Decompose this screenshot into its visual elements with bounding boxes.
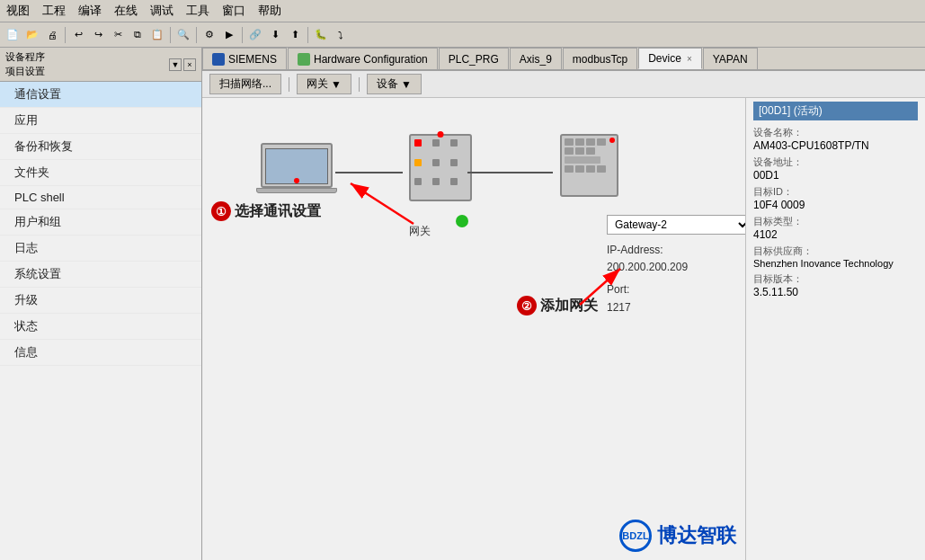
menu-item-help[interactable]: 帮助 <box>255 2 284 20</box>
tb-search[interactable]: 🔍 <box>174 26 192 44</box>
tab-plc-prg[interactable]: PLC_PRG <box>439 48 509 69</box>
menu-item-debug[interactable]: 调试 <box>147 2 176 20</box>
port-label: Port: <box>607 281 688 298</box>
laptop-body <box>261 143 333 188</box>
tb-sep3 <box>196 27 197 43</box>
plc-red-dot <box>609 138 615 143</box>
content-area: SIEMENS Hardware Configuration PLC_PRG A… <box>202 48 925 560</box>
tb-run[interactable]: ▶ <box>220 26 238 44</box>
sidebar-item-folder[interactable]: 文件夹 <box>0 160 201 186</box>
tb-copy[interactable]: ⧉ <box>129 26 147 44</box>
tab-yapan[interactable]: YAPAN <box>703 48 758 69</box>
diagram-area: 网关 <box>202 98 925 560</box>
tb-print[interactable]: 🖨 <box>43 26 61 44</box>
sidebar-pin-btn[interactable]: ▼ <box>169 58 182 71</box>
sidebar-subtitle: 项目设置 <box>5 65 45 78</box>
menu-item-tools[interactable]: 工具 <box>183 2 212 20</box>
annotation-1: ① 选择通讯设置 <box>211 201 321 221</box>
menu-bar: 视图 工程 编译 在线 调试 工具 窗口 帮助 <box>0 0 925 22</box>
branding: BDZL 博达智联 <box>619 520 736 552</box>
brand-name: 博达智联 <box>657 522 736 549</box>
tb-redo[interactable]: ↪ <box>89 26 107 44</box>
connector-line-1 <box>335 172 403 173</box>
tab-siemens[interactable]: SIEMENS <box>202 48 287 69</box>
sidebar-menu: 通信设置 应用 备份和恢复 文件夹 PLC shell 用户和组 日志 系统设置… <box>0 82 201 366</box>
device-gateway <box>400 134 481 215</box>
info-device-name: 设备名称： AM403-CPU1608TP/TN <box>753 126 918 152</box>
tb-cut[interactable]: ✂ <box>109 26 127 44</box>
info-device-addr: 设备地址： 00D1 <box>753 156 918 182</box>
sidebar-header: 设备程序 项目设置 ▼ × <box>0 48 201 82</box>
sidebar-item-info[interactable]: 信息 <box>0 340 201 366</box>
sidebar-item-app[interactable]: 应用 <box>0 108 201 134</box>
scan-network-btn[interactable]: 扫描网络... <box>209 74 281 94</box>
connector-line-2 <box>467 172 553 173</box>
tb-new[interactable]: 📄 <box>4 26 22 44</box>
tb-upload[interactable]: ⬆ <box>286 26 304 44</box>
plc-box <box>560 134 618 197</box>
annotation-1-circle: ① <box>211 201 231 221</box>
sidebar-item-sysconfig[interactable]: 系统设置 <box>0 262 201 288</box>
sidebar-item-log[interactable]: 日志 <box>0 236 201 262</box>
gateway-device-label: 网关 <box>409 224 431 239</box>
tb-undo[interactable]: ↩ <box>69 26 87 44</box>
info-target-id: 目标ID： 10F4 0009 <box>753 185 918 211</box>
tb-download[interactable]: ⬇ <box>266 26 284 44</box>
brand-logo: BDZL <box>619 520 652 552</box>
sidebar-item-comm[interactable]: 通信设置 <box>0 82 201 108</box>
tb-sep1 <box>65 27 66 43</box>
tb-sep5 <box>307 27 308 43</box>
main-layout: 设备程序 项目设置 ▼ × 通信设置 应用 备份和恢复 文件夹 PLC shel… <box>0 48 925 560</box>
tab-bar: SIEMENS Hardware Configuration PLC_PRG A… <box>202 48 925 71</box>
device-btn[interactable]: 设备 ▼ <box>367 74 422 94</box>
menu-item-view[interactable]: 视图 <box>4 2 32 20</box>
ip-value: 200.200.200.209 <box>607 259 688 276</box>
tab-axis9[interactable]: Axis_9 <box>510 48 562 69</box>
sidebar-item-backup[interactable]: 备份和恢复 <box>0 134 201 160</box>
gateway-btn[interactable]: 网关 ▼ <box>297 74 351 94</box>
tab-device-close[interactable]: × <box>687 54 692 64</box>
laptop-base <box>256 188 337 193</box>
tb-build[interactable]: ⚙ <box>200 26 218 44</box>
gateway-dropdown-icon: ▼ <box>331 78 342 91</box>
ct-sep2 <box>359 77 360 92</box>
ip-label: IP-Address: <box>607 242 688 259</box>
device-plc <box>553 134 625 206</box>
right-info-panel: [00D1] (活动) 设备名称： AM403-CPU1608TP/TN 设备地… <box>745 98 925 560</box>
ct-sep1 <box>289 77 289 92</box>
tab-icon-siemens <box>212 53 225 66</box>
ip-info-panel: IP-Address: 200.200.200.209 Port: 1217 <box>607 242 688 316</box>
tab-modbus[interactable]: modbusTcp <box>563 48 637 69</box>
tb-step[interactable]: ⤵ <box>332 26 350 44</box>
sidebar-close-btn[interactable]: × <box>183 58 196 71</box>
tab-hw-config[interactable]: Hardware Configuration <box>288 48 438 69</box>
sidebar-title: 设备程序 <box>5 50 45 64</box>
device-status-header: [00D1] (活动) <box>753 102 918 120</box>
tb-open[interactable]: 📂 <box>23 26 41 44</box>
sidebar-item-plcshell[interactable]: PLC shell <box>0 186 201 209</box>
sidebar-item-status[interactable]: 状态 <box>0 314 201 340</box>
tb-connect[interactable]: 🔗 <box>246 26 264 44</box>
tb-debug[interactable]: 🐛 <box>312 26 330 44</box>
sidebar-item-upgrade[interactable]: 升级 <box>0 288 201 314</box>
menu-item-compile[interactable]: 编译 <box>76 2 104 20</box>
tab-device[interactable]: Device × <box>638 48 702 69</box>
tb-sep4 <box>242 27 243 43</box>
tb-paste[interactable]: 📋 <box>148 26 166 44</box>
annotation-1-text: 选择通讯设置 <box>235 202 321 221</box>
annotation-2-circle: ② <box>517 296 537 316</box>
menu-item-online[interactable]: 在线 <box>111 2 140 20</box>
menu-item-window[interactable]: 窗口 <box>219 2 248 20</box>
device-laptop <box>256 143 337 206</box>
sidebar-item-users[interactable]: 用户和组 <box>0 209 201 236</box>
menu-item-project[interactable]: 工程 <box>40 2 68 20</box>
laptop-red-dot <box>294 178 299 183</box>
tab-icon-hw <box>298 53 310 66</box>
info-target-type: 目标类型： 4102 <box>753 215 918 241</box>
gateway-selector: Gateway-2 ▼ <box>607 215 769 235</box>
green-status-dot <box>456 215 468 227</box>
gateway-select-input[interactable]: Gateway-2 <box>607 215 751 235</box>
sidebar: 设备程序 项目设置 ▼ × 通信设置 应用 备份和恢复 文件夹 PLC shel… <box>0 48 202 560</box>
sidebar-controls: ▼ × <box>169 58 196 71</box>
gw-box <box>409 134 472 201</box>
